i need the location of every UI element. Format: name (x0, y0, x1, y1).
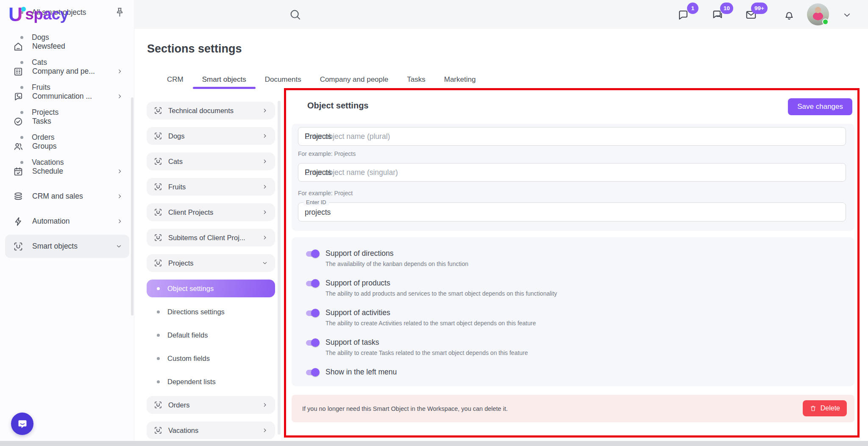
toggle-label: Support of directions (326, 248, 468, 259)
object-subitem-label: Custom fields (167, 355, 210, 363)
object-settings-subitem[interactable]: Directions settings (147, 303, 275, 321)
chevron-right-icon (116, 168, 123, 175)
mail-badge: 99+ (751, 3, 768, 14)
bullet-dot (157, 380, 160, 383)
chevron-right-icon (262, 183, 268, 190)
chevron-right-icon (116, 218, 123, 225)
groups-icon (13, 141, 24, 152)
sidebar-item[interactable]: Tasks (0, 109, 134, 134)
chevron-right-icon (262, 209, 268, 216)
smart-object-card[interactable]: Technical documents (147, 102, 275, 119)
sidebar-nav: Newsfeed Company and pe... Communication… (0, 34, 134, 259)
toggle-description: The availability of the kanban depends o… (326, 260, 468, 268)
delete-button[interactable]: Delete (803, 400, 847, 416)
chevron-right-icon (262, 234, 268, 241)
sidebar-item[interactable]: Company and pe... (0, 59, 134, 84)
objects-panel-scrollbar[interactable] (278, 101, 281, 435)
smart-object-card[interactable]: Cats (147, 152, 275, 170)
sidebar-item[interactable]: Schedule (0, 159, 134, 184)
tab[interactable]: Smart objects (193, 71, 256, 88)
object-settings-subitem[interactable]: Default fields (147, 326, 275, 344)
tab-label: Tasks (407, 75, 425, 84)
tab[interactable]: Marketing (435, 71, 485, 88)
tab[interactable]: CRM (158, 71, 193, 88)
smart-objects-icon (153, 400, 163, 410)
smart-object-card[interactable]: Projects (147, 254, 275, 272)
toggle-switch[interactable] (305, 309, 320, 317)
sidebar-item-label: Tasks (32, 117, 123, 126)
smart-object-card[interactable]: Dogs (147, 127, 275, 145)
save-changes-button[interactable]: Save changes (788, 98, 852, 115)
logo-dot (21, 7, 26, 11)
toggle-switch[interactable] (305, 249, 320, 258)
crm-icon (13, 191, 24, 202)
toggles-section: Support of directions The availability o… (292, 237, 854, 386)
sidebar-item-label: Smart objects (32, 242, 107, 251)
toggle-switch[interactable] (305, 279, 320, 288)
tab[interactable]: Tasks (398, 71, 434, 88)
smart-objects-icon (153, 208, 163, 217)
bell-icon[interactable] (783, 8, 796, 21)
bullet-dot (157, 310, 160, 313)
smart-object-card[interactable]: Orders (147, 396, 275, 414)
sidebar-item[interactable]: Newsfeed (0, 34, 134, 59)
toggle-label: Support of activities (326, 307, 536, 318)
chevron-right-icon (262, 427, 268, 434)
tab[interactable]: Documents (256, 71, 311, 88)
smart-object-card-label: Orders (168, 401, 256, 409)
smart-object-card-label: Client Projects (168, 208, 256, 216)
smart-object-card[interactable]: Client Projects (147, 203, 275, 221)
singular-name-input[interactable]: Enter object name (singular) Projects (298, 163, 846, 182)
chevron-down-icon (115, 243, 122, 250)
smart-objects-icon (153, 182, 163, 191)
smart-object-card-label: Cats (168, 158, 256, 166)
sidebar-item[interactable]: CRM and sales (0, 184, 134, 209)
sidebar-item-label: Automation (32, 217, 108, 226)
search-icon[interactable] (289, 8, 302, 21)
toggle-row: Show in the left menu (305, 367, 854, 377)
toggle-switch[interactable] (305, 338, 320, 347)
smart-object-card[interactable]: Subitems of Client Proj... (147, 229, 275, 247)
pin-icon[interactable] (114, 6, 126, 19)
sidebar-item[interactable]: Communication ... (0, 84, 134, 109)
smart-object-card[interactable]: Fruits (147, 178, 275, 196)
toggle-description: The ability to create Activities related… (326, 319, 536, 327)
trash-icon (810, 405, 817, 412)
support-chat-fab[interactable] (11, 413, 33, 435)
toggle-thumb (311, 338, 320, 347)
plural-name-value: Projects (305, 132, 331, 141)
object-settings-subitem[interactable]: Dependent lists (147, 373, 275, 391)
plural-name-input[interactable]: Enter object name (plural) Projects (298, 127, 846, 146)
tabs: CRM Smart objects Documents Company and … (158, 71, 485, 88)
toggle-description: The ability to create Tasks related to t… (326, 349, 528, 357)
uspacy-logo[interactable]: U spacy (8, 3, 69, 25)
page-title: Sections settings (147, 42, 242, 55)
sidebar-item[interactable]: Smart objects (5, 235, 129, 258)
sidebar-item-label: Groups (32, 142, 123, 151)
smart-object-card[interactable]: Vacations (147, 421, 275, 439)
chat-badge: 1 (687, 3, 698, 14)
toggle-switch[interactable] (305, 368, 320, 377)
chevron-down-icon (262, 260, 268, 266)
sidebar-scrollbar[interactable] (131, 97, 134, 316)
object-settings-subitem[interactable]: Custom fields (147, 349, 275, 367)
online-status-dot (822, 19, 829, 25)
objects-panel: Technical documents Dogs Cats Fruits (147, 102, 275, 446)
id-input[interactable]: Enter ID projects (298, 202, 846, 222)
smart-object-card-label: Vacations (168, 427, 256, 435)
chevron-down-icon[interactable] (842, 10, 852, 20)
tab[interactable]: Company and people (311, 71, 398, 88)
smart-object-card-label: Fruits (168, 183, 256, 191)
singular-name-helper: For example: Project (298, 190, 353, 197)
schedule-icon (13, 166, 24, 177)
active-tab-underline (193, 87, 256, 89)
smart-object-card-label: Subitems of Client Proj... (168, 234, 256, 242)
group-chat-badge: 10 (720, 3, 733, 14)
sidebar-item-label: Communication ... (32, 92, 108, 101)
id-input-label: Enter ID (303, 199, 329, 205)
chevron-right-icon (116, 68, 123, 75)
object-settings-subitem[interactable]: Object settings (147, 280, 275, 297)
sidebar-item[interactable]: Groups (0, 134, 134, 159)
sidebar-item[interactable]: Automation (0, 209, 134, 234)
toggle-label: Show in the left menu (326, 367, 397, 377)
